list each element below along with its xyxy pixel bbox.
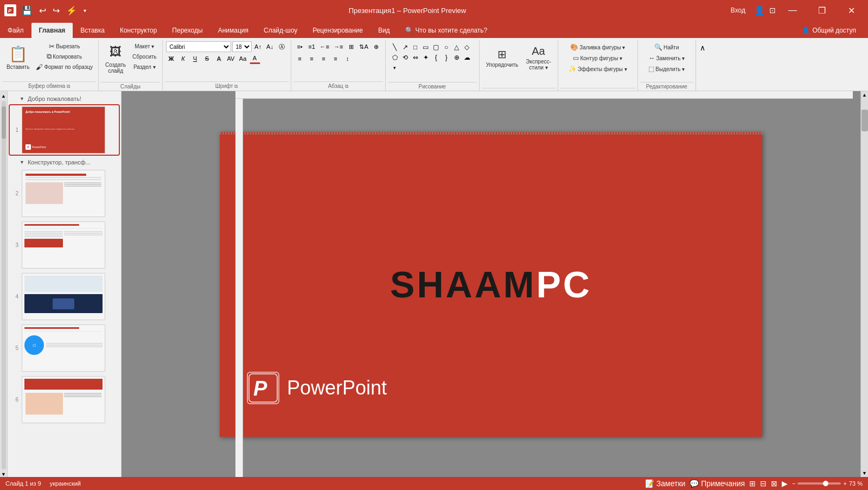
- line-spacing-button[interactable]: ↕: [342, 53, 353, 64]
- minimize-button[interactable]: —: [780, 0, 805, 21]
- bold-button[interactable]: Ж: [166, 53, 177, 64]
- normal-view-button[interactable]: ⊞: [749, 479, 756, 488]
- text-direction-button[interactable]: ⇅A: [358, 41, 369, 52]
- scroll-up-arrow[interactable]: ▲: [861, 91, 868, 99]
- rect2-tool[interactable]: ▭: [421, 42, 431, 52]
- tab-view[interactable]: Вид: [371, 23, 398, 38]
- shadow-button[interactable]: А: [214, 53, 225, 64]
- shape-fill-button[interactable]: 🎨Заливка фигуры ▾: [563, 42, 633, 52]
- slide-item-4[interactable]: 4: [10, 272, 119, 321]
- font-grow-button[interactable]: A↑: [253, 41, 264, 52]
- scroll-down-button[interactable]: ▼: [1, 472, 6, 477]
- brace-right-tool[interactable]: }: [442, 53, 451, 62]
- zoom-out-button[interactable]: −: [792, 480, 795, 487]
- tab-slideshow[interactable]: Слайд-шоу: [256, 23, 305, 38]
- tab-design[interactable]: Конструктор: [112, 23, 164, 38]
- increase-indent-button[interactable]: →≡: [332, 41, 344, 52]
- canvas-vertical-scrollbar[interactable]: ▲ ▼: [860, 91, 868, 477]
- reset-button[interactable]: Сбросить: [130, 52, 158, 61]
- curved-arrow-tool[interactable]: ⟲: [400, 53, 410, 62]
- replace-button[interactable]: ↔Заменить ▾: [642, 53, 691, 63]
- find-button[interactable]: 🔍Найти: [642, 42, 691, 52]
- redo-icon[interactable]: ↪: [50, 4, 62, 17]
- copy-button[interactable]: ⧉Копировать: [34, 52, 95, 61]
- tab-search[interactable]: 🔍 Что вы хотите сделать?: [398, 23, 495, 38]
- case-button[interactable]: Аа: [238, 53, 248, 64]
- maximize-button[interactable]: ❐: [809, 0, 834, 21]
- bullets-button[interactable]: ≡•: [295, 41, 305, 52]
- smartart-button[interactable]: ⊕: [371, 41, 382, 52]
- section-button[interactable]: Раздел ▾: [130, 62, 158, 72]
- arrange-button[interactable]: ⊞ Упорядочить: [483, 41, 522, 74]
- tab-file[interactable]: Файл: [0, 23, 31, 38]
- slide-panel-scrollbar[interactable]: ▲ ▼: [0, 91, 8, 477]
- clear-format-button[interactable]: Ⓐ: [277, 41, 288, 52]
- cloud-tool[interactable]: ☁: [462, 53, 472, 62]
- spacing-button[interactable]: AV: [226, 53, 237, 64]
- notes-button[interactable]: 📝 Заметки: [645, 479, 685, 488]
- slide-item-1[interactable]: 1 Добро пожаловать в PowerPoint! Краткое…: [10, 105, 119, 155]
- slide-item-2[interactable]: 2: [10, 169, 119, 218]
- align-right-button[interactable]: ≡: [318, 53, 329, 64]
- font-color-button[interactable]: А: [250, 53, 260, 64]
- align-left-button[interactable]: ≡: [295, 53, 305, 64]
- collapse-ribbon-button[interactable]: ∧: [697, 42, 708, 53]
- scroll-down-arrow[interactable]: ▼: [861, 469, 868, 477]
- diamond-tool[interactable]: ◇: [462, 42, 472, 52]
- bidirectional-tool[interactable]: ⇔: [411, 53, 420, 62]
- italic-button[interactable]: К: [178, 53, 189, 64]
- numbers-button[interactable]: ≡1: [307, 41, 317, 52]
- font-shrink-button[interactable]: A↓: [265, 41, 276, 52]
- tab-review[interactable]: Рецензирование: [305, 23, 371, 38]
- zoom-in-button[interactable]: +: [843, 480, 846, 487]
- comments-button[interactable]: 💬 Примечания: [690, 479, 745, 488]
- decrease-indent-button[interactable]: ←≡: [318, 41, 331, 52]
- scroll-up-button[interactable]: ▲: [1, 93, 6, 99]
- tab-home[interactable]: Главная: [31, 23, 73, 38]
- columns-button[interactable]: ⊞: [346, 41, 356, 52]
- tab-transitions[interactable]: Переходы: [164, 23, 210, 38]
- oval-tool[interactable]: ○: [442, 42, 451, 52]
- zoom-slider[interactable]: [797, 482, 841, 485]
- layout-button[interactable]: Макет ▾: [130, 41, 158, 51]
- plus-tool[interactable]: ⊕: [452, 53, 462, 62]
- login-button[interactable]: Вход: [726, 5, 750, 15]
- triangle-tool[interactable]: △: [452, 42, 462, 52]
- arrow-tool[interactable]: ↗: [400, 42, 410, 52]
- slide-item-5[interactable]: 5 ○: [10, 323, 119, 373]
- font-family-select[interactable]: Calibri: [166, 41, 231, 52]
- expand-icon[interactable]: ▾: [81, 7, 88, 15]
- tab-insert[interactable]: Вставка: [73, 23, 112, 38]
- brace-left-tool[interactable]: {: [431, 53, 441, 62]
- pentagon-tool[interactable]: ⬠: [390, 53, 400, 62]
- close-button[interactable]: ✕: [839, 0, 864, 21]
- star-tool[interactable]: ✦: [421, 53, 431, 62]
- slide-sorter-button[interactable]: ⊟: [760, 479, 767, 488]
- cut-button[interactable]: ✂Вырезать: [34, 41, 95, 51]
- new-slide-button[interactable]: 🖼 Создать слайд: [102, 41, 129, 76]
- reading-view-button[interactable]: ⊠: [771, 479, 777, 488]
- tab-share[interactable]: 👤Общий доступ: [794, 23, 864, 38]
- strikethrough-button[interactable]: S: [202, 53, 213, 64]
- tab-animation[interactable]: Анимация: [210, 23, 256, 38]
- round-rect-tool[interactable]: ▢: [431, 42, 441, 52]
- line-tool[interactable]: ╲: [390, 42, 400, 52]
- more-shapes-btn[interactable]: ▾: [390, 63, 400, 73]
- customize-icon[interactable]: ⚡: [64, 4, 79, 17]
- paste-button[interactable]: 📋 Вставить: [3, 41, 33, 74]
- rect-tool[interactable]: □: [411, 42, 420, 52]
- save-icon[interactable]: 💾: [20, 4, 35, 17]
- shape-outline-button[interactable]: ▭Контур фигуры ▾: [563, 53, 633, 63]
- underline-button[interactable]: Ч: [190, 53, 201, 64]
- scroll-thumb[interactable]: [861, 110, 868, 131]
- justify-button[interactable]: ≡: [330, 53, 341, 64]
- slide-item-3[interactable]: 3: [10, 220, 119, 270]
- align-center-button[interactable]: ≡: [307, 53, 317, 64]
- slide-show-button[interactable]: ▶: [782, 479, 788, 488]
- format-painter-button[interactable]: 🖌Формат по образцу: [34, 62, 95, 72]
- font-size-select[interactable]: 18: [232, 41, 252, 52]
- slide-item-6[interactable]: 6: [10, 375, 119, 424]
- select-button[interactable]: ⬚Выделить ▾: [642, 64, 691, 74]
- slide-canvas[interactable]: SHAAMPC P PowerPoint: [220, 132, 762, 437]
- undo-icon[interactable]: ↩: [37, 4, 48, 17]
